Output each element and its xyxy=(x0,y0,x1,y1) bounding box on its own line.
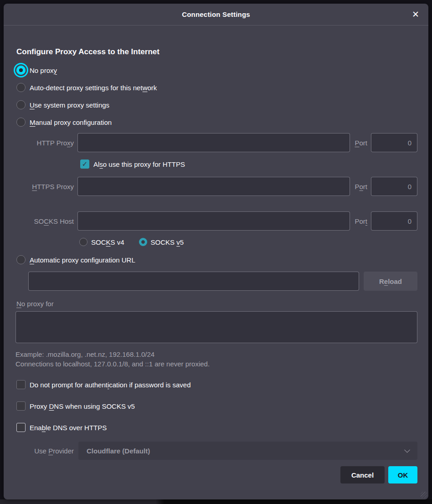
checkbox-unchecked-icon[interactable] xyxy=(16,401,26,411)
checkbox-enable-doh-row[interactable]: Enable DNS over HTTPS xyxy=(16,422,417,433)
radio-auto-url[interactable]: Automatic proxy configuration URL xyxy=(16,252,417,267)
cancel-button[interactable]: Cancel xyxy=(340,466,385,483)
radio-unselected-icon[interactable] xyxy=(16,100,26,109)
dialog-content: Configure Proxy Access to the Internet N… xyxy=(4,26,428,499)
ok-button[interactable]: OK xyxy=(388,466,417,483)
also-https-label: Also use this proxy for HTTPS xyxy=(93,160,185,168)
checkbox-no-prompt-row[interactable]: Do not prompt for authentication if pass… xyxy=(16,379,417,391)
radio-no-proxy-label: No proxy xyxy=(30,67,57,74)
radio-unselected-icon[interactable] xyxy=(16,83,26,92)
socks-host-label: SOCKS Host xyxy=(13,217,74,225)
https-proxy-input[interactable] xyxy=(77,177,350,196)
chevron-down-icon xyxy=(404,447,410,453)
radio-manual-proxy-label: Manual proxy configuration xyxy=(30,118,112,126)
radio-unselected-icon[interactable] xyxy=(16,255,26,264)
doh-provider-row: Use Provider Cloudflare (Default) xyxy=(13,442,417,460)
http-proxy-input[interactable] xyxy=(77,133,350,152)
socks-host-input[interactable] xyxy=(77,211,350,231)
socks-v5-label: SOCKS v5 xyxy=(151,238,184,246)
radio-unselected-icon[interactable] xyxy=(16,118,26,127)
provider-dropdown-value: Cloudflare (Default) xyxy=(87,447,150,455)
provider-dropdown[interactable]: Cloudflare (Default) xyxy=(78,442,417,460)
https-port-label: Port xyxy=(355,183,367,190)
use-provider-label: Use Provider xyxy=(13,447,74,455)
no-proxy-for-textarea[interactable] xyxy=(15,311,417,343)
radio-auto-detect[interactable]: Auto-detect proxy settings for this netw… xyxy=(16,80,417,95)
page-background-strip xyxy=(0,499,432,504)
checkbox-unchecked-icon[interactable] xyxy=(16,423,26,432)
checkbox-unchecked-icon[interactable] xyxy=(16,380,26,389)
http-proxy-row: HTTP Proxy Port xyxy=(13,133,417,152)
auto-config-url-row: Reload xyxy=(28,272,417,291)
auto-config-url-input[interactable] xyxy=(28,272,359,291)
socks-v4-label: SOCKS v4 xyxy=(91,238,124,246)
radio-socks-v5[interactable] xyxy=(139,238,147,246)
http-port-input[interactable] xyxy=(371,133,417,152)
radio-auto-url-label: Automatic proxy configuration URL xyxy=(30,256,135,264)
page-title: Configure Proxy Access to the Internet xyxy=(16,47,417,57)
connection-settings-dialog: Connection Settings ✕ Configure Proxy Ac… xyxy=(4,4,428,499)
checkbox-checked-icon[interactable]: ✓ xyxy=(80,159,89,169)
radio-auto-detect-label: Auto-detect proxy settings for this netw… xyxy=(30,84,157,92)
https-proxy-label: HTTPS Proxy xyxy=(13,183,74,190)
no-proxy-for-label: No proxy for xyxy=(16,300,417,308)
close-icon[interactable]: ✕ xyxy=(409,8,422,21)
radio-selected-icon[interactable] xyxy=(16,66,26,75)
socks-port-input[interactable] xyxy=(371,211,417,231)
also-https-row[interactable]: ✓ Also use this proxy for HTTPS xyxy=(80,158,417,170)
socks-host-row: SOCKS Host Port xyxy=(13,211,417,231)
radio-use-system-label: Use system proxy settings xyxy=(30,101,109,109)
dialog-titlebar: Connection Settings ✕ xyxy=(4,4,428,26)
proxy-dns-label: Proxy DNS when using SOCKS v5 xyxy=(30,402,135,410)
https-proxy-row: HTTPS Proxy Port xyxy=(13,177,417,196)
radio-socks-v4[interactable] xyxy=(79,238,87,246)
resize-grip[interactable] xyxy=(421,492,427,498)
no-prompt-label: Do not prompt for authentication if pass… xyxy=(30,381,191,389)
socks-version-row: SOCKS v4 SOCKS v5 xyxy=(79,236,417,248)
radio-use-system[interactable]: Use system proxy settings xyxy=(16,98,417,112)
http-port-label: Port xyxy=(355,139,367,147)
checkbox-proxy-dns-row[interactable]: Proxy DNS when using SOCKS v5 xyxy=(16,400,417,412)
radio-manual-proxy[interactable]: Manual proxy configuration xyxy=(16,115,417,129)
https-port-input[interactable] xyxy=(371,177,417,196)
socks-port-label: Port xyxy=(355,217,367,225)
no-proxy-example-text: Example: .mozilla.org, .net.nz, 192.168.… xyxy=(15,350,417,358)
reload-button[interactable]: Reload xyxy=(364,272,417,291)
radio-no-proxy[interactable]: No proxy xyxy=(16,63,417,77)
enable-doh-label: Enable DNS over HTTPS xyxy=(30,424,107,432)
http-proxy-label: HTTP Proxy xyxy=(13,139,74,147)
localhost-note-text: Connections to localhost, 127.0.0.1/8, a… xyxy=(15,360,417,368)
dialog-footer: Cancel OK xyxy=(13,466,417,483)
dialog-title: Connection Settings xyxy=(182,10,250,18)
